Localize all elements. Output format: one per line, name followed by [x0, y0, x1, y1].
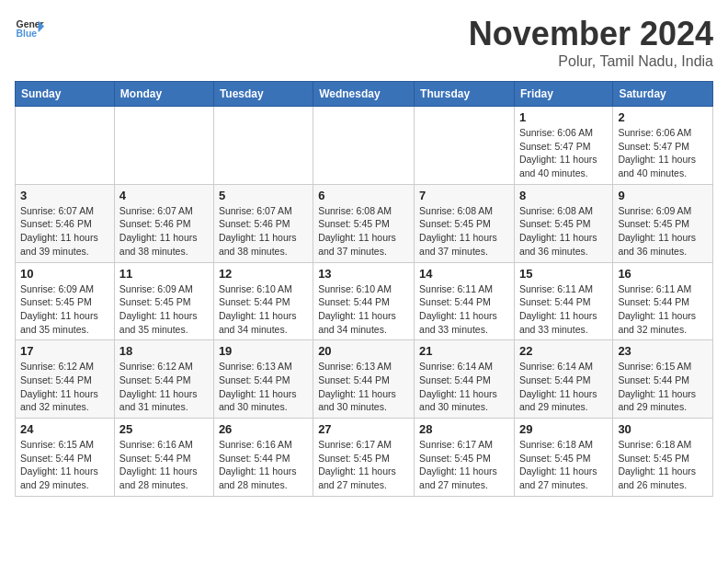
header-monday: Monday	[114, 82, 213, 107]
day-info: Sunrise: 6:10 AM Sunset: 5:44 PM Dayligh…	[318, 282, 409, 337]
day-number: 7	[419, 189, 509, 202]
day-info: Sunrise: 6:11 AM Sunset: 5:44 PM Dayligh…	[519, 282, 608, 337]
header-tuesday: Tuesday	[213, 82, 313, 107]
calendar-body: 1Sunrise: 6:06 AM Sunset: 5:47 PM Daylig…	[16, 107, 713, 497]
day-number: 25	[119, 422, 209, 436]
calendar-cell: 14Sunrise: 6:11 AM Sunset: 5:44 PM Dayli…	[415, 262, 515, 340]
calendar-cell: 29Sunrise: 6:18 AM Sunset: 5:45 PM Dayli…	[514, 419, 612, 497]
month-title: November 2024	[469, 15, 713, 53]
calendar-cell: 10Sunrise: 6:09 AM Sunset: 5:45 PM Dayli…	[16, 262, 115, 340]
calendar-cell: 16Sunrise: 6:11 AM Sunset: 5:44 PM Dayli…	[613, 262, 713, 340]
day-info: Sunrise: 6:15 AM Sunset: 5:44 PM Dayligh…	[20, 438, 109, 492]
location-title: Polur, Tamil Nadu, India	[469, 53, 713, 70]
day-number: 27	[318, 422, 409, 436]
day-info: Sunrise: 6:06 AM Sunset: 5:47 PM Dayligh…	[618, 126, 708, 180]
day-number: 22	[519, 344, 608, 358]
day-info: Sunrise: 6:08 AM Sunset: 5:45 PM Dayligh…	[318, 204, 409, 259]
day-info: Sunrise: 6:07 AM Sunset: 5:46 PM Dayligh…	[20, 204, 109, 259]
calendar-cell: 22Sunrise: 6:14 AM Sunset: 5:44 PM Dayli…	[514, 340, 612, 419]
day-info: Sunrise: 6:17 AM Sunset: 5:45 PM Dayligh…	[318, 438, 409, 492]
calendar-cell: 3Sunrise: 6:07 AM Sunset: 5:46 PM Daylig…	[16, 184, 115, 262]
day-number: 3	[20, 189, 109, 202]
calendar-cell: 13Sunrise: 6:10 AM Sunset: 5:44 PM Dayli…	[313, 262, 415, 340]
day-info: Sunrise: 6:12 AM Sunset: 5:44 PM Dayligh…	[119, 360, 209, 414]
calendar-cell: 1Sunrise: 6:06 AM Sunset: 5:47 PM Daylig…	[514, 107, 612, 185]
day-number: 4	[119, 189, 209, 202]
calendar-cell: 8Sunrise: 6:08 AM Sunset: 5:45 PM Daylig…	[514, 184, 612, 262]
day-number: 5	[219, 189, 308, 202]
day-number: 26	[219, 422, 308, 436]
day-number: 30	[618, 422, 708, 436]
calendar-cell: 12Sunrise: 6:10 AM Sunset: 5:44 PM Dayli…	[213, 262, 313, 340]
calendar-cell	[213, 107, 313, 185]
day-info: Sunrise: 6:10 AM Sunset: 5:44 PM Dayligh…	[219, 282, 308, 337]
calendar-cell: 2Sunrise: 6:06 AM Sunset: 5:47 PM Daylig…	[613, 107, 713, 185]
day-info: Sunrise: 6:06 AM Sunset: 5:47 PM Dayligh…	[519, 126, 608, 180]
day-number: 23	[618, 344, 708, 358]
calendar-row-4: 24Sunrise: 6:15 AM Sunset: 5:44 PM Dayli…	[16, 419, 713, 497]
logo-icon: General Blue	[15, 15, 44, 44]
calendar-cell: 21Sunrise: 6:14 AM Sunset: 5:44 PM Dayli…	[415, 340, 515, 419]
calendar-header: Sunday Monday Tuesday Wednesday Thursday…	[16, 82, 713, 107]
calendar-cell: 6Sunrise: 6:08 AM Sunset: 5:45 PM Daylig…	[313, 184, 415, 262]
day-number: 11	[119, 267, 209, 281]
calendar-cell: 9Sunrise: 6:09 AM Sunset: 5:45 PM Daylig…	[613, 184, 713, 262]
day-number: 6	[318, 189, 409, 202]
header-row: Sunday Monday Tuesday Wednesday Thursday…	[16, 82, 713, 107]
calendar-cell	[114, 107, 213, 185]
header-thursday: Thursday	[415, 82, 515, 107]
header-saturday: Saturday	[613, 82, 713, 107]
day-info: Sunrise: 6:18 AM Sunset: 5:45 PM Dayligh…	[618, 438, 708, 492]
calendar-row-2: 10Sunrise: 6:09 AM Sunset: 5:45 PM Dayli…	[16, 262, 713, 340]
day-number: 13	[318, 267, 409, 281]
calendar-cell	[313, 107, 415, 185]
day-info: Sunrise: 6:09 AM Sunset: 5:45 PM Dayligh…	[20, 282, 109, 337]
calendar-cell: 17Sunrise: 6:12 AM Sunset: 5:44 PM Dayli…	[16, 340, 115, 419]
day-info: Sunrise: 6:11 AM Sunset: 5:44 PM Dayligh…	[618, 282, 708, 337]
day-number: 28	[419, 422, 509, 436]
day-info: Sunrise: 6:16 AM Sunset: 5:44 PM Dayligh…	[219, 438, 308, 492]
calendar-cell: 27Sunrise: 6:17 AM Sunset: 5:45 PM Dayli…	[313, 419, 415, 497]
day-number: 10	[20, 267, 109, 281]
day-info: Sunrise: 6:17 AM Sunset: 5:45 PM Dayligh…	[419, 438, 509, 492]
day-number: 24	[20, 422, 109, 436]
day-info: Sunrise: 6:07 AM Sunset: 5:46 PM Dayligh…	[119, 204, 209, 259]
calendar-cell: 20Sunrise: 6:13 AM Sunset: 5:44 PM Dayli…	[313, 340, 415, 419]
day-number: 2	[618, 110, 708, 124]
day-info: Sunrise: 6:13 AM Sunset: 5:44 PM Dayligh…	[219, 360, 308, 414]
day-info: Sunrise: 6:11 AM Sunset: 5:44 PM Dayligh…	[419, 282, 509, 337]
calendar-cell: 25Sunrise: 6:16 AM Sunset: 5:44 PM Dayli…	[114, 419, 213, 497]
calendar-cell: 5Sunrise: 6:07 AM Sunset: 5:46 PM Daylig…	[213, 184, 313, 262]
day-info: Sunrise: 6:08 AM Sunset: 5:45 PM Dayligh…	[419, 204, 509, 259]
calendar-row-1: 3Sunrise: 6:07 AM Sunset: 5:46 PM Daylig…	[16, 184, 713, 262]
header-wednesday: Wednesday	[313, 82, 415, 107]
header-sunday: Sunday	[16, 82, 115, 107]
calendar-cell: 4Sunrise: 6:07 AM Sunset: 5:46 PM Daylig…	[114, 184, 213, 262]
day-number: 9	[618, 189, 708, 202]
day-number: 18	[119, 344, 209, 358]
page-header: General Blue November 2024 Polur, Tamil …	[15, 15, 713, 70]
day-info: Sunrise: 6:09 AM Sunset: 5:45 PM Dayligh…	[618, 204, 708, 259]
day-number: 15	[519, 267, 608, 281]
day-info: Sunrise: 6:14 AM Sunset: 5:44 PM Dayligh…	[519, 360, 608, 414]
calendar-cell: 18Sunrise: 6:12 AM Sunset: 5:44 PM Dayli…	[114, 340, 213, 419]
header-friday: Friday	[514, 82, 612, 107]
title-block: November 2024 Polur, Tamil Nadu, India	[469, 15, 713, 70]
day-info: Sunrise: 6:12 AM Sunset: 5:44 PM Dayligh…	[20, 360, 109, 414]
calendar-cell: 11Sunrise: 6:09 AM Sunset: 5:45 PM Dayli…	[114, 262, 213, 340]
day-info: Sunrise: 6:18 AM Sunset: 5:45 PM Dayligh…	[519, 438, 608, 492]
calendar-row-0: 1Sunrise: 6:06 AM Sunset: 5:47 PM Daylig…	[16, 107, 713, 185]
day-info: Sunrise: 6:16 AM Sunset: 5:44 PM Dayligh…	[119, 438, 209, 492]
calendar-cell: 30Sunrise: 6:18 AM Sunset: 5:45 PM Dayli…	[613, 419, 713, 497]
day-info: Sunrise: 6:07 AM Sunset: 5:46 PM Dayligh…	[219, 204, 308, 259]
day-info: Sunrise: 6:15 AM Sunset: 5:44 PM Dayligh…	[618, 360, 708, 414]
calendar-cell: 26Sunrise: 6:16 AM Sunset: 5:44 PM Dayli…	[213, 419, 313, 497]
calendar-cell: 24Sunrise: 6:15 AM Sunset: 5:44 PM Dayli…	[16, 419, 115, 497]
day-info: Sunrise: 6:09 AM Sunset: 5:45 PM Dayligh…	[119, 282, 209, 337]
day-info: Sunrise: 6:14 AM Sunset: 5:44 PM Dayligh…	[419, 360, 509, 414]
day-info: Sunrise: 6:13 AM Sunset: 5:44 PM Dayligh…	[318, 360, 409, 414]
calendar-cell: 15Sunrise: 6:11 AM Sunset: 5:44 PM Dayli…	[514, 262, 612, 340]
calendar-cell: 19Sunrise: 6:13 AM Sunset: 5:44 PM Dayli…	[213, 340, 313, 419]
calendar-cell	[415, 107, 515, 185]
day-info: Sunrise: 6:08 AM Sunset: 5:45 PM Dayligh…	[519, 204, 608, 259]
